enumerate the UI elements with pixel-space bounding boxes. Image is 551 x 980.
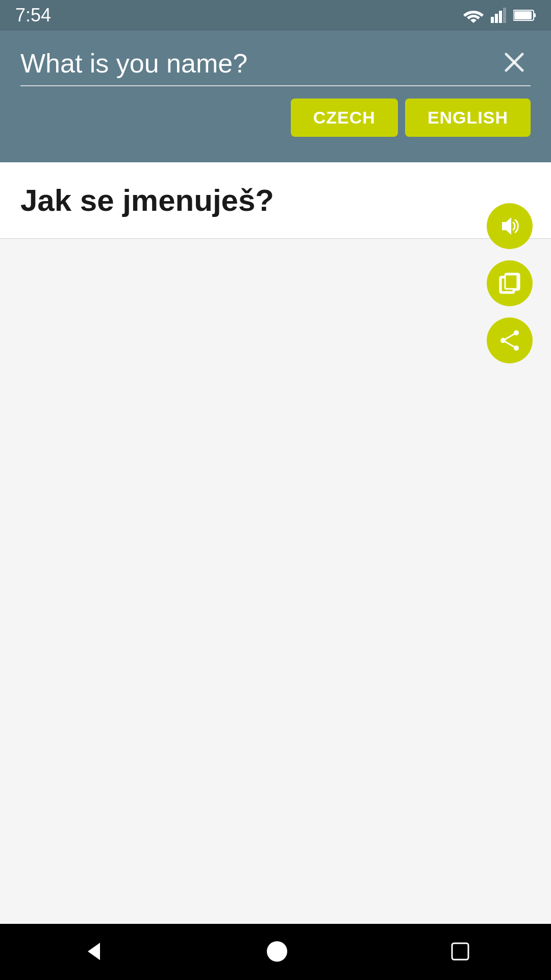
english-tab[interactable]: ENGLISH bbox=[405, 99, 531, 137]
search-row bbox=[20, 46, 531, 86]
language-tabs: CZECH ENGLISH bbox=[20, 99, 531, 137]
home-icon bbox=[264, 939, 290, 964]
svg-rect-2 bbox=[499, 11, 502, 23]
share-button[interactable] bbox=[487, 317, 533, 363]
status-bar: 7:54 bbox=[0, 0, 551, 31]
recents-icon bbox=[449, 940, 471, 963]
header: CZECH ENGLISH bbox=[0, 31, 551, 162]
svg-rect-15 bbox=[505, 275, 517, 289]
copy-button[interactable] bbox=[487, 260, 533, 306]
status-icons bbox=[463, 8, 536, 23]
status-time: 7:54 bbox=[15, 5, 51, 26]
battery-icon bbox=[513, 9, 536, 21]
svg-marker-21 bbox=[88, 943, 100, 960]
svg-rect-6 bbox=[514, 11, 532, 19]
speaker-icon bbox=[498, 214, 521, 238]
svg-marker-9 bbox=[502, 217, 511, 235]
nav-bar bbox=[0, 924, 551, 980]
result-area: Jak se jmenuješ? bbox=[0, 162, 551, 924]
svg-rect-3 bbox=[503, 8, 506, 23]
svg-rect-1 bbox=[495, 14, 498, 23]
czech-tab[interactable]: CZECH bbox=[291, 99, 398, 137]
search-input[interactable] bbox=[20, 48, 498, 79]
clear-button[interactable] bbox=[498, 46, 531, 80]
close-icon bbox=[503, 51, 525, 74]
home-button[interactable] bbox=[256, 930, 298, 974]
wifi-icon bbox=[463, 8, 484, 23]
share-icon bbox=[498, 329, 521, 352]
speak-button[interactable] bbox=[487, 203, 533, 249]
svg-rect-0 bbox=[491, 17, 494, 23]
back-icon bbox=[80, 939, 105, 964]
back-button[interactable] bbox=[71, 930, 113, 974]
empty-area bbox=[0, 239, 551, 924]
svg-rect-23 bbox=[452, 943, 468, 960]
svg-line-19 bbox=[503, 333, 516, 340]
svg-line-20 bbox=[503, 340, 516, 348]
svg-point-22 bbox=[267, 941, 287, 962]
svg-rect-5 bbox=[534, 13, 536, 17]
translated-text: Jak se jmenuješ? bbox=[0, 162, 551, 238]
copy-icon bbox=[498, 272, 521, 295]
action-buttons bbox=[487, 203, 533, 363]
recents-button[interactable] bbox=[441, 932, 480, 972]
signal-icon bbox=[491, 8, 506, 23]
